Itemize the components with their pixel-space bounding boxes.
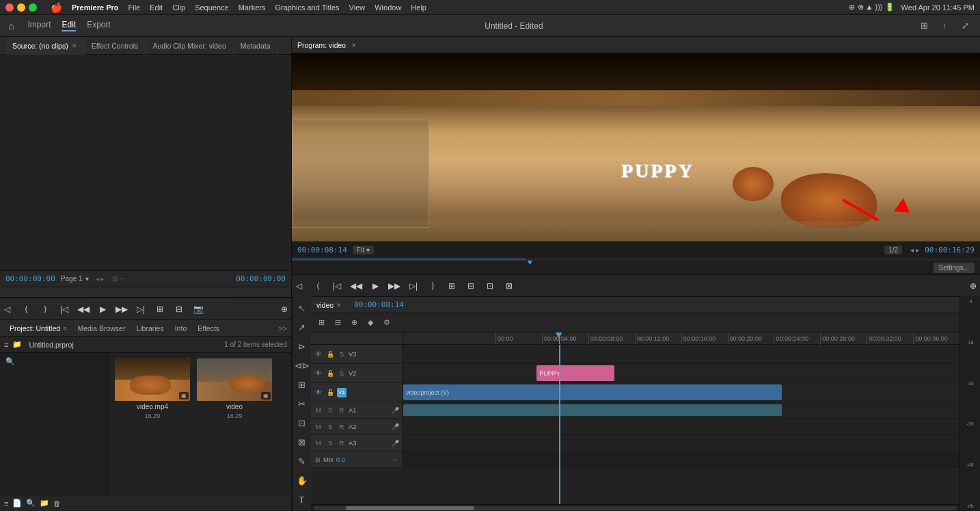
- slide-tool[interactable]: ⊠: [295, 434, 310, 449]
- prog-export-frame[interactable]: ⊡: [483, 279, 497, 293]
- stop-button[interactable]: ▶▶: [115, 302, 128, 316]
- hand-tool[interactable]: ✋: [295, 473, 310, 488]
- fit-selector[interactable]: Fit ▾: [353, 246, 374, 254]
- tab-source[interactable]: Source: (no clips) ✕: [5, 37, 85, 55]
- tab-audio-clip-mixer[interactable]: Audio Clip Mixer: video: [146, 37, 233, 55]
- tab-media-browser[interactable]: Media Browser: [72, 320, 131, 337]
- panel-expand-icon[interactable]: >>: [278, 324, 287, 332]
- play-button[interactable]: ▶: [96, 302, 109, 316]
- next-page-icon[interactable]: ▸: [916, 246, 919, 254]
- tl-settings-icon[interactable]: ⚙: [381, 317, 393, 329]
- v3-content[interactable]: [403, 345, 959, 363]
- prog-next-edit[interactable]: ▷|: [407, 279, 420, 293]
- a1-solo-icon[interactable]: S: [325, 406, 335, 415]
- tl-add-icon[interactable]: ⊕: [348, 317, 360, 329]
- overwrite-button[interactable]: ⊟: [172, 302, 186, 316]
- a2-mute-icon[interactable]: M: [314, 422, 323, 432]
- type-tool[interactable]: T: [295, 492, 310, 507]
- a2-content[interactable]: [403, 419, 959, 434]
- v1-solo-icon[interactable]: V1: [337, 388, 346, 397]
- rewind-button[interactable]: ◀◀: [77, 302, 90, 316]
- v2-eye-icon[interactable]: 👁: [314, 369, 323, 378]
- tab-effect-controls[interactable]: Effect Controls: [85, 37, 146, 55]
- export-nav[interactable]: Export: [87, 20, 111, 31]
- clip-item-1[interactable]: ▣ video 16.29: [197, 358, 272, 419]
- menu-markers[interactable]: Markers: [239, 3, 266, 12]
- share-icon[interactable]: ↑: [938, 19, 951, 33]
- close-button[interactable]: [5, 3, 14, 12]
- video-clip[interactable]: videoproject (V): [403, 384, 782, 400]
- go-to-in-button[interactable]: |◁: [57, 302, 71, 316]
- find-icon[interactable]: 🔍: [26, 499, 36, 508]
- scroll-thumb[interactable]: [346, 506, 474, 510]
- tab-metadata[interactable]: Metadata: [234, 37, 278, 55]
- prog-play-next[interactable]: ▶▶: [387, 279, 401, 293]
- prog-step-back[interactable]: ⟨: [311, 279, 325, 293]
- list-icon[interactable]: ≡: [4, 341, 8, 349]
- a2-record-icon[interactable]: R: [337, 422, 346, 432]
- v1-content[interactable]: videoproject (V): [403, 383, 959, 402]
- fullscreen-icon[interactable]: ⊞: [917, 19, 931, 33]
- timeline-tab-close[interactable]: ✕: [336, 302, 342, 309]
- prev-page-icon[interactable]: ◂: [910, 246, 914, 254]
- program-timecode-in[interactable]: 00:00:08:14: [297, 246, 347, 254]
- v1-lock-icon[interactable]: 🔓: [325, 388, 335, 397]
- clip-item-0[interactable]: ▣ video.mp4 16.29: [115, 358, 190, 419]
- v2-content[interactable]: PUPPY: [403, 364, 959, 382]
- prog-lift[interactable]: ⊞: [445, 279, 459, 293]
- step-back-button[interactable]: ⟨: [19, 302, 33, 316]
- a3-content[interactable]: [403, 435, 959, 451]
- a3-record-icon[interactable]: R: [337, 438, 346, 448]
- a1-record-icon[interactable]: R: [337, 406, 346, 415]
- prog-prev-edit[interactable]: |◁: [330, 279, 344, 293]
- apple-menu[interactable]: 🍎: [51, 2, 62, 13]
- menu-file[interactable]: File: [128, 3, 140, 12]
- source-tab-close[interactable]: ✕: [72, 42, 77, 49]
- a3-solo-icon[interactable]: S: [325, 438, 335, 448]
- prog-play-btn[interactable]: ▶: [368, 279, 382, 293]
- tl-snap-icon[interactable]: ⊞: [315, 317, 327, 329]
- menu-graphics-titles[interactable]: Graphics and Titles: [275, 3, 339, 12]
- track-select-tool[interactable]: ↗: [295, 319, 310, 335]
- home-button[interactable]: ⌂: [8, 21, 14, 31]
- settings-button[interactable]: Settings...: [934, 263, 975, 273]
- minimize-button[interactable]: [17, 3, 25, 12]
- v3-solo-icon[interactable]: S: [337, 350, 346, 359]
- edit-nav[interactable]: Edit: [62, 20, 76, 31]
- prog-extract[interactable]: ⊟: [464, 279, 478, 293]
- tl-marker-icon[interactable]: ◆: [364, 317, 377, 329]
- mix-expand[interactable]: ↔: [392, 456, 398, 463]
- tab-project[interactable]: Project: Untitled ≡: [4, 320, 72, 337]
- timeline-scrollbar[interactable]: [311, 504, 959, 511]
- v1-eye-icon[interactable]: 👁: [314, 388, 323, 397]
- prog-step-back2[interactable]: ◀◀: [349, 279, 363, 293]
- tab-effects[interactable]: Effects: [192, 320, 225, 337]
- prog-mark-in[interactable]: ◁: [292, 279, 305, 293]
- add-marker-button[interactable]: ⊕: [277, 302, 291, 316]
- prog-step-fwd[interactable]: ⟩: [426, 279, 439, 293]
- rolling-edit-tool[interactable]: ⊲⊳: [295, 358, 310, 373]
- prog-compare[interactable]: ⊠: [502, 279, 516, 293]
- a1-mute-icon[interactable]: M: [314, 406, 323, 415]
- timeline-timecode[interactable]: 00:00:08:14: [354, 300, 404, 309]
- go-to-out-button[interactable]: ▷|: [134, 302, 148, 316]
- mark-in-button[interactable]: ◁: [0, 302, 14, 316]
- v2-solo-icon[interactable]: S: [337, 369, 346, 378]
- slip-tool[interactable]: ⊡: [295, 415, 310, 430]
- v3-lock-icon[interactable]: 🔓: [325, 350, 335, 359]
- a1-content[interactable]: [403, 402, 959, 418]
- insert-button[interactable]: ⊞: [153, 302, 167, 316]
- delete-icon[interactable]: 🗑: [53, 499, 61, 508]
- mix-value[interactable]: 0.0: [336, 456, 345, 463]
- a3-mic-icon[interactable]: 🎤: [390, 438, 400, 448]
- a3-mute-icon[interactable]: M: [314, 438, 323, 448]
- new-item-icon[interactable]: 📄: [12, 499, 22, 508]
- tab-info[interactable]: Info: [169, 320, 193, 337]
- menu-sequence[interactable]: Sequence: [195, 3, 229, 12]
- razor-tool[interactable]: ✂: [295, 396, 310, 411]
- ripple-edit-tool[interactable]: ⊳: [295, 339, 310, 354]
- tl-link-icon[interactable]: ⊟: [331, 317, 344, 329]
- maximize-button[interactable]: [29, 3, 37, 12]
- v2-lock-icon[interactable]: 🔓: [325, 369, 335, 378]
- menu-window[interactable]: Window: [375, 3, 401, 12]
